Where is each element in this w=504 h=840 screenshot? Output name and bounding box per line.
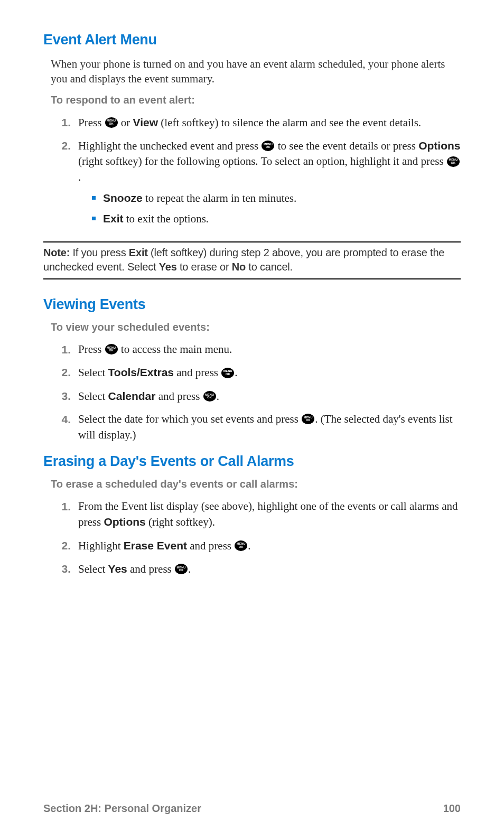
bold-view: View xyxy=(133,116,158,128)
bold-yes: Yes xyxy=(108,563,127,575)
step-body: Select Yes and press MENUOK. xyxy=(78,561,461,577)
heading-event-alert: Event Alert Menu xyxy=(43,32,461,48)
step-number: 2. xyxy=(60,538,78,554)
text: (left softkey) to silence the alarm and … xyxy=(158,116,421,129)
step-3: 3. Select Yes and press MENUOK. xyxy=(60,561,461,577)
step-number: 4. xyxy=(60,412,78,443)
menu-ok-icon: MENUOK xyxy=(105,117,118,128)
sub-intro: To respond to an event alert: xyxy=(51,94,461,106)
text: (right softkey). xyxy=(146,516,215,528)
menu-ok-icon: MENUOK xyxy=(105,344,118,354)
step-2: 2. Highlight the unchecked event and pre… xyxy=(60,138,461,231)
text: to exit the options. xyxy=(124,212,209,225)
sub-intro: To view your scheduled events: xyxy=(51,321,461,333)
menu-ok-icon: MENUOK xyxy=(302,414,314,424)
step-2: 2. Highlight Erase Event and press MENUO… xyxy=(60,538,461,554)
steps-list: 1. Press MENUOK to access the main menu.… xyxy=(60,342,461,443)
step-number: 2. xyxy=(60,138,78,231)
bullet-exit: Exit to exit the options. xyxy=(92,211,461,227)
section-erasing-events: Erasing a Day's Events or Call Alarms To… xyxy=(43,453,461,577)
text: Press xyxy=(78,116,105,129)
bold-exit: Exit xyxy=(103,212,124,225)
step-number: 2. xyxy=(60,365,78,380)
step-1: 1. Press MENUOK or View (left softkey) t… xyxy=(60,115,461,130)
menu-ok-icon: MENUOK xyxy=(262,141,274,151)
text: Highlight xyxy=(78,539,124,552)
step-2: 2. Select Tools/Extras and press MENUOK. xyxy=(60,365,461,380)
text: to repeat the alarm in ten minutes. xyxy=(143,192,297,204)
menu-ok-icon: MENUOK xyxy=(203,391,216,402)
intro-text: When your phone is turned on and you hav… xyxy=(51,57,461,87)
heading-viewing-events: Viewing Events xyxy=(43,296,461,313)
step-1: 1. Press MENUOK to access the main menu. xyxy=(60,342,461,357)
steps-list: 1. From the Event list display (see abov… xyxy=(60,499,461,577)
page-footer: Section 2H: Personal Organizer 100 xyxy=(43,802,461,815)
menu-ok-icon: MENUOK xyxy=(175,564,188,574)
text: and press xyxy=(127,563,174,575)
section-event-alert-menu: Event Alert Menu When your phone is turn… xyxy=(43,32,461,231)
step-body: Highlight the unchecked event and press … xyxy=(78,138,461,231)
text: Select the date for which you set events… xyxy=(78,413,301,425)
text: . xyxy=(217,390,219,403)
footer-section: Section 2H: Personal Organizer xyxy=(43,802,201,815)
step-number: 1. xyxy=(60,499,78,530)
section-viewing-events: Viewing Events To view your scheduled ev… xyxy=(43,296,461,443)
note-label: Note: xyxy=(43,247,70,258)
bold-yes: Yes xyxy=(159,261,177,273)
note-box: Note: If you press Exit (left softkey) d… xyxy=(43,241,461,279)
footer-page-number: 100 xyxy=(443,802,461,815)
bullet-snooze: Snooze to repeat the alarm in ten minute… xyxy=(92,190,461,206)
steps-list: 1. Press MENUOK or View (left softkey) t… xyxy=(60,115,461,231)
text: to see the event details or press xyxy=(275,139,418,152)
bold-options: Options xyxy=(418,139,460,152)
step-number: 1. xyxy=(60,342,78,357)
text: and press xyxy=(174,366,221,379)
text: to erase or xyxy=(177,261,232,273)
text: Select xyxy=(78,390,108,403)
bold-erase-event: Erase Event xyxy=(124,539,187,552)
bold-options: Options xyxy=(104,516,145,528)
bold-exit: Exit xyxy=(129,247,148,258)
sub-bullet-list: Snooze to repeat the alarm in ten minute… xyxy=(92,190,461,227)
step-4: 4. Select the date for which you set eve… xyxy=(60,412,461,443)
step-body: Press MENUOK to access the main menu. xyxy=(78,342,461,357)
text: . xyxy=(78,171,81,183)
step-body: Select the date for which you set events… xyxy=(78,412,461,443)
text: Select xyxy=(78,366,108,379)
text: and press xyxy=(155,390,202,403)
text: . xyxy=(188,563,191,575)
step-3: 3. Select Calendar and press MENUOK. xyxy=(60,388,461,404)
text: and press xyxy=(187,539,234,552)
menu-ok-icon: MENUOK xyxy=(235,540,247,551)
bold-calendar: Calendar xyxy=(108,390,156,402)
text: . xyxy=(235,366,237,379)
text: If you press xyxy=(70,247,129,258)
text: to cancel. xyxy=(246,261,293,273)
step-body: Select Calendar and press MENUOK. xyxy=(78,388,461,404)
heading-erasing: Erasing a Day's Events or Call Alarms xyxy=(43,453,461,470)
menu-ok-icon: MENUOK xyxy=(447,156,460,167)
text: . xyxy=(248,539,250,552)
step-number: 3. xyxy=(60,561,78,577)
step-body: Highlight Erase Event and press MENUOK. xyxy=(78,538,461,554)
bold-tools-extras: Tools/Extras xyxy=(108,366,174,378)
bold-snooze: Snooze xyxy=(103,192,143,204)
step-body: Select Tools/Extras and press MENUOK. xyxy=(78,365,461,380)
text: Highlight the unchecked event and press xyxy=(78,139,261,152)
step-1: 1. From the Event list display (see abov… xyxy=(60,499,461,530)
step-body: From the Event list display (see above),… xyxy=(78,499,461,530)
text: or xyxy=(118,116,133,129)
text: (right softkey) for the following option… xyxy=(78,155,446,167)
text: Press xyxy=(78,343,105,356)
step-body: Press MENUOK or View (left softkey) to s… xyxy=(78,115,461,130)
text: to access the main menu. xyxy=(118,343,232,356)
sub-intro: To erase a scheduled day's events or cal… xyxy=(51,478,461,490)
step-number: 3. xyxy=(60,388,78,404)
square-bullet-icon xyxy=(92,196,96,200)
menu-ok-icon: MENUOK xyxy=(221,368,234,378)
step-number: 1. xyxy=(60,115,78,130)
square-bullet-icon xyxy=(92,217,96,220)
bold-no: No xyxy=(232,261,246,273)
text: Select xyxy=(78,563,108,575)
